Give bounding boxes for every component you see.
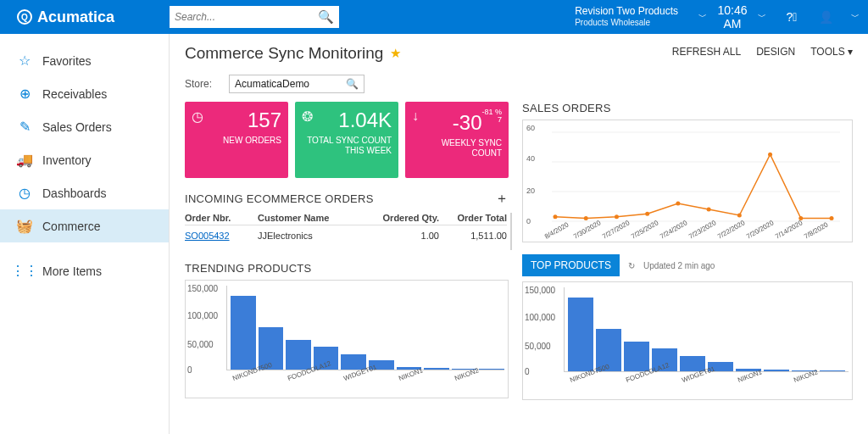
ytick: 50,000	[525, 342, 551, 351]
search-input[interactable]	[175, 11, 318, 23]
plus-circle-icon: ⊕	[17, 86, 32, 102]
trending-products-chart[interactable]: 150,000 100,000 50,000 0 NIKOND7500FOODC…	[185, 280, 509, 398]
main-content: Commerce Sync Monitoring ★ REFRESH ALL D…	[170, 34, 868, 434]
ytick: 0	[187, 365, 192, 375]
ytick: 150,000	[525, 286, 555, 295]
arrow-down-icon: ↓	[412, 108, 419, 124]
col-customer[interactable]: Customer Name	[253, 213, 380, 223]
ytick: 100,000	[187, 311, 218, 320]
page-title-text: Commerce Sync Monitoring	[185, 44, 383, 63]
sidebar-item-receivables[interactable]: ⊕ Receivables	[0, 77, 169, 110]
scrollbar[interactable]	[510, 213, 512, 250]
sidebar-item-label: Inventory	[42, 153, 92, 167]
card-new-orders[interactable]: ◷ 157 NEW ORDERS	[185, 102, 288, 178]
col-total[interactable]: Order Total	[439, 213, 507, 223]
svg-point-6	[615, 214, 619, 219]
col-qty[interactable]: Ordered Qty.	[380, 213, 439, 223]
sidebar-item-favorites[interactable]: ☆ Favorites	[0, 44, 169, 77]
brand-label: Acumatica	[37, 8, 114, 26]
add-button[interactable]: ＋	[495, 190, 509, 208]
updated-label: Updated 2 min ago	[643, 261, 715, 270]
sidebar-item-more[interactable]: ⋮⋮ More Items	[0, 254, 169, 287]
gauge-icon: ◷	[192, 108, 203, 125]
top-bar: Q Acumatica 🔍 Revision Two Products Prod…	[0, 0, 868, 34]
sidebar-item-label: Commerce	[42, 220, 100, 233]
chevron-down-icon[interactable]: ﹀	[843, 11, 868, 23]
bar[interactable]	[231, 296, 256, 370]
sidebar-item-label: Favorites	[42, 54, 92, 68]
store-label: Store:	[185, 78, 212, 90]
svg-point-7	[645, 212, 649, 216]
sidebar-item-label: Sales Orders	[42, 120, 112, 134]
cell-customer: JJElectronics	[253, 231, 380, 241]
svg-point-10	[737, 214, 742, 218]
card-total-sync[interactable]: ❂ 1.04K TOTAL SYNC COUNT THIS WEEK	[295, 102, 398, 178]
sidebar-item-dashboards[interactable]: ◷ Dashboards	[0, 176, 169, 209]
card-label: NEW ORDERS	[192, 136, 281, 146]
store-value: AcumaticaDemo	[235, 78, 309, 90]
card-label: WEEKLY SYNC COUNT	[412, 138, 502, 159]
incoming-orders-title: INCOMING ECOMMERCE ORDERS	[185, 192, 374, 205]
clock-label[interactable]: 10:46 AM	[715, 3, 749, 31]
order-link[interactable]: SO005432	[185, 231, 230, 241]
chevron-down-icon[interactable]: ﹀	[749, 11, 775, 23]
top-products-tab[interactable]: TOP PRODUCTS	[522, 254, 620, 276]
search-icon[interactable]: 🔍	[318, 9, 334, 25]
tenant-name: Revision Two Products	[575, 5, 678, 17]
edit-icon: ✎	[17, 119, 32, 135]
basket-icon: 🧺	[17, 218, 32, 234]
line-plot	[526, 124, 849, 234]
lookup-icon[interactable]: 🔍	[346, 78, 359, 90]
refresh-all-button[interactable]: REFRESH ALL	[672, 46, 741, 58]
design-button[interactable]: DESIGN	[756, 46, 795, 58]
svg-point-9	[707, 208, 711, 212]
chevron-down-icon[interactable]: ﹀	[690, 11, 715, 23]
sidebar-item-commerce[interactable]: 🧺 Commerce	[0, 209, 169, 242]
bar[interactable]	[568, 298, 593, 371]
tools-button[interactable]: TOOLS ▾	[810, 46, 853, 58]
sidebar-item-label: Receivables	[42, 87, 107, 101]
store-selector[interactable]: AcumaticaDemo 🔍	[229, 75, 364, 93]
star-icon: ☆	[17, 53, 32, 69]
ytick: 60	[526, 124, 535, 132]
global-search[interactable]: 🔍	[170, 6, 339, 28]
table-row[interactable]: SO005432 JJElectronics 1.00 1,511.00	[185, 225, 507, 246]
favorite-star-icon[interactable]: ★	[390, 46, 401, 61]
user-icon[interactable]: 👤	[809, 10, 843, 24]
trending-title: TRENDING PRODUCTS	[185, 262, 312, 275]
svg-point-11	[768, 153, 772, 157]
svg-point-13	[830, 216, 834, 220]
col-order-nbr[interactable]: Order Nbr.	[185, 213, 253, 223]
award-icon: ❂	[302, 108, 313, 125]
ytick: 0	[525, 367, 530, 376]
svg-point-4	[554, 214, 558, 219]
sidebar: ☆ Favorites ⊕ Receivables ✎ Sales Orders…	[0, 34, 170, 434]
bar-group	[226, 286, 504, 370]
help-icon[interactable]: ?⃝	[775, 10, 809, 24]
ytick: 150,000	[187, 284, 218, 293]
ytick: 20	[526, 186, 535, 195]
brand-icon: Q	[17, 9, 32, 25]
ytick: 50,000	[187, 340, 214, 349]
card-weekly-sync[interactable]: ↓ -30-81 %7 WEEKLY SYNC COUNT	[405, 102, 509, 178]
card-label: TOTAL SYNC COUNT THIS WEEK	[302, 136, 392, 156]
top-products-chart[interactable]: 150,000 100,000 50,000 0 NIKOND7500FOODC…	[522, 281, 853, 400]
gauge-icon: ◷	[17, 185, 32, 201]
card-value: 1.04K	[302, 108, 392, 132]
sidebar-item-label: Dashboards	[42, 186, 107, 200]
tenant-selector[interactable]: Revision Two Products Products Wholesale	[563, 5, 690, 29]
truck-icon: 🚚	[17, 152, 32, 168]
ytick: 0	[526, 217, 531, 225]
svg-point-8	[676, 202, 680, 206]
cell-qty: 1.00	[380, 231, 439, 241]
tenant-sub: Products Wholesale	[575, 17, 678, 29]
refresh-icon[interactable]: ↻	[628, 261, 635, 270]
sidebar-item-sales-orders[interactable]: ✎ Sales Orders	[0, 110, 169, 143]
brand[interactable]: Q Acumatica	[0, 8, 170, 26]
bar-group	[564, 287, 849, 372]
cell-total: 1,511.00	[439, 231, 507, 241]
sales-orders-chart[interactable]: 60 40 20 0 8/4/20207/30/20207/27/20207/	[522, 120, 853, 242]
ytick: 100,000	[525, 313, 555, 322]
sidebar-item-inventory[interactable]: 🚚 Inventory	[0, 143, 169, 176]
sidebar-item-label: More Items	[42, 264, 102, 278]
